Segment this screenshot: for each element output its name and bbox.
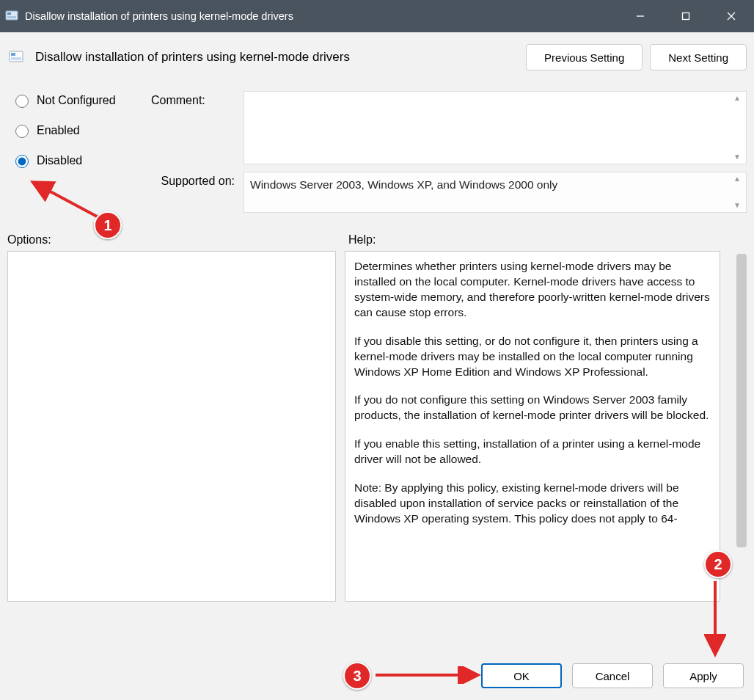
annotation-marker-3: 3: [343, 662, 371, 690]
radio-not-configured[interactable]: Not Configured: [12, 92, 147, 108]
window-titlebar: Disallow installation of printers using …: [0, 0, 754, 32]
svg-rect-8: [11, 53, 15, 56]
radio-label: Not Configured: [37, 94, 116, 107]
scroll-down-icon: ▼: [731, 202, 743, 209]
state-radio-group: Not Configured Enabled Disabled: [7, 91, 147, 168]
svg-rect-1: [7, 12, 11, 15]
annotation-arrow-3: [373, 666, 483, 684]
apply-button[interactable]: Apply: [663, 663, 744, 688]
options-pane: [7, 251, 336, 602]
radio-label: Disabled: [37, 154, 82, 167]
comment-textarea[interactable]: ▲ ▼: [244, 91, 747, 164]
comment-scrollbar[interactable]: ▲ ▼: [731, 95, 743, 161]
svg-rect-2: [7, 16, 16, 18]
svg-rect-9: [11, 57, 21, 60]
annotation-marker-1: 1: [94, 211, 122, 239]
help-paragraph: If you disable this setting, or do not c…: [354, 334, 711, 380]
minimize-button[interactable]: [618, 0, 663, 32]
svg-rect-0: [6, 11, 18, 20]
previous-setting-button[interactable]: Previous Setting: [526, 44, 643, 70]
window-title: Disallow installation of printers using …: [25, 10, 293, 22]
help-paragraph: If you do not configure this setting on …: [354, 393, 711, 423]
app-icon: [4, 9, 19, 23]
svg-rect-4: [683, 13, 689, 20]
radio-label: Enabled: [37, 124, 80, 137]
help-paragraph: Determines whether printers using kernel…: [354, 259, 711, 321]
annotation-marker-2: 2: [704, 550, 732, 578]
scroll-up-icon: ▲: [731, 175, 743, 183]
help-pane: Determines whether printers using kernel…: [345, 251, 720, 602]
ok-button[interactable]: OK: [481, 663, 562, 688]
radio-enabled[interactable]: Enabled: [12, 123, 147, 138]
supported-on-value: Windows Server 2003, Windows XP, and Win…: [250, 178, 557, 191]
supported-on-label: Supported on:: [151, 172, 239, 188]
help-paragraph: If you enable this setting, installation…: [354, 437, 711, 467]
policy-title: Disallow installation of printers using …: [35, 50, 350, 65]
supported-scrollbar[interactable]: ▲ ▼: [731, 175, 743, 209]
help-section-label: Help:: [348, 233, 747, 247]
close-button[interactable]: [709, 0, 754, 32]
comment-label: Comment:: [151, 91, 239, 107]
help-scrollbar[interactable]: [736, 254, 747, 547]
help-paragraph: Note: By applying this policy, existing …: [354, 481, 711, 527]
policy-icon: [7, 48, 25, 66]
supported-on-box: Windows Server 2003, Windows XP, and Win…: [244, 172, 747, 213]
options-section-label: Options:: [7, 233, 341, 247]
scroll-up-icon: ▲: [731, 95, 743, 102]
scroll-down-icon: ▼: [731, 153, 743, 161]
cancel-button[interactable]: Cancel: [572, 663, 653, 688]
next-setting-button[interactable]: Next Setting: [650, 44, 747, 70]
maximize-button[interactable]: [663, 0, 709, 32]
radio-disabled[interactable]: Disabled: [12, 153, 147, 168]
